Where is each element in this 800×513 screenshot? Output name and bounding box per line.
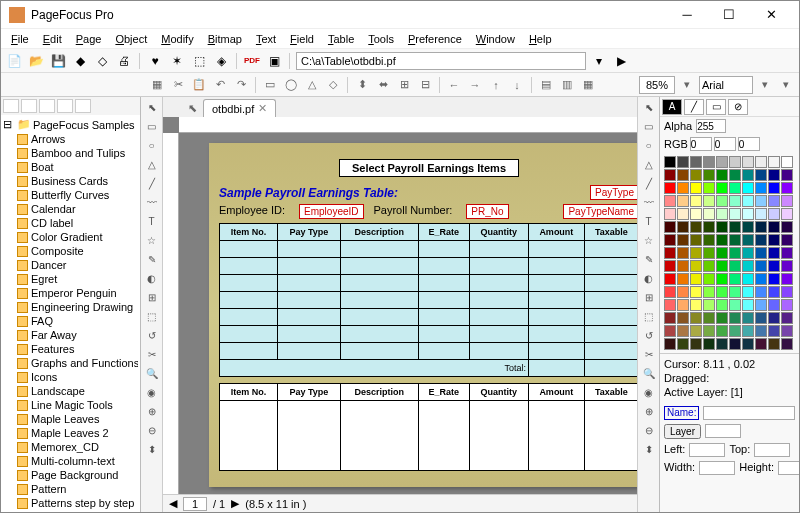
color-swatch[interactable]	[716, 195, 728, 207]
color-swatch[interactable]	[755, 156, 767, 168]
color-swatch[interactable]	[755, 273, 767, 285]
paytypename-field[interactable]: PayTypeName	[563, 204, 637, 219]
color-swatch[interactable]	[755, 338, 767, 350]
menu-tools[interactable]: Tools	[362, 31, 400, 47]
color-swatch[interactable]	[664, 182, 676, 194]
name-input[interactable]	[703, 406, 795, 420]
tool-icon[interactable]: ▤	[537, 76, 555, 94]
color-swatch[interactable]	[677, 195, 689, 207]
panel-tab[interactable]	[75, 99, 91, 113]
color-swatch[interactable]	[664, 338, 676, 350]
menu-file[interactable]: File	[5, 31, 35, 47]
tool-icon[interactable]: ▭	[641, 118, 657, 134]
tool-icon[interactable]: ⊟	[416, 76, 434, 94]
color-swatch[interactable]	[703, 312, 715, 324]
color-swatch[interactable]	[755, 221, 767, 233]
tool-icon[interactable]: ◯	[282, 76, 300, 94]
new-icon[interactable]: 📄	[5, 52, 23, 70]
tool-icon[interactable]: ◉	[641, 384, 657, 400]
color-swatch[interactable]	[677, 286, 689, 298]
tree-item[interactable]: Features	[3, 342, 138, 356]
tree-item[interactable]: Rainbow	[3, 510, 138, 512]
tree-item[interactable]: Dancer	[3, 258, 138, 272]
color-swatch[interactable]	[742, 338, 754, 350]
color-swatch[interactable]	[729, 260, 741, 272]
color-swatch[interactable]	[703, 221, 715, 233]
g-input[interactable]	[714, 137, 736, 151]
menu-table[interactable]: Table	[322, 31, 360, 47]
tree-item[interactable]: Pattern	[3, 482, 138, 496]
tool-icon[interactable]: ◇	[324, 76, 342, 94]
layer-button[interactable]: Layer	[664, 424, 701, 439]
color-swatch[interactable]	[781, 325, 793, 337]
btn-icon[interactable]: ◈	[212, 52, 230, 70]
tool-icon[interactable]: ▦	[148, 76, 166, 94]
tool-icon[interactable]: →	[466, 76, 484, 94]
tree-item[interactable]: FAQ	[3, 314, 138, 328]
color-swatch[interactable]	[729, 273, 741, 285]
tool-icon[interactable]: T	[641, 213, 657, 229]
tool-icon[interactable]: 〰	[144, 194, 160, 210]
tab-fill[interactable]: A	[662, 99, 682, 115]
color-swatch[interactable]	[677, 221, 689, 233]
color-swatch[interactable]	[729, 286, 741, 298]
select-items-button[interactable]: Select Payroll Earnings Items	[339, 159, 519, 177]
color-swatch[interactable]	[729, 234, 741, 246]
tool-icon[interactable]: ⊞	[395, 76, 413, 94]
color-swatch[interactable]	[690, 195, 702, 207]
tool-icon[interactable]: ↺	[144, 327, 160, 343]
tree-item[interactable]: Boat	[3, 160, 138, 174]
print-icon[interactable]: 🖨	[115, 52, 133, 70]
tool-icon[interactable]: ↶	[211, 76, 229, 94]
tree-root[interactable]: ⊟📁PageFocus Samples	[3, 117, 138, 132]
color-swatch[interactable]	[703, 273, 715, 285]
color-swatch[interactable]	[690, 312, 702, 324]
color-swatch[interactable]	[664, 299, 676, 311]
tool-icon[interactable]: T	[144, 213, 160, 229]
color-swatch[interactable]	[729, 195, 741, 207]
panel-tab[interactable]	[3, 99, 19, 113]
color-swatch[interactable]	[755, 208, 767, 220]
tool-icon[interactable]: ↷	[232, 76, 250, 94]
tree-item[interactable]: Composite	[3, 244, 138, 258]
color-swatch[interactable]	[781, 221, 793, 233]
color-swatch[interactable]	[716, 234, 728, 246]
color-swatch[interactable]	[664, 325, 676, 337]
color-swatch[interactable]	[703, 169, 715, 181]
color-swatch[interactable]	[742, 221, 754, 233]
color-swatch[interactable]	[703, 234, 715, 246]
color-swatch[interactable]	[664, 208, 676, 220]
color-swatch[interactable]	[716, 286, 728, 298]
tool-icon[interactable]: ◐	[144, 270, 160, 286]
tool-icon[interactable]: ○	[641, 137, 657, 153]
top-input[interactable]	[754, 443, 790, 457]
color-swatch[interactable]	[703, 156, 715, 168]
color-swatch[interactable]	[664, 234, 676, 246]
page[interactable]: Select Payroll Earnings Items Sample Pay…	[209, 143, 637, 487]
tool-icon[interactable]: ⬚	[144, 308, 160, 324]
tree-item[interactable]: Calendar	[3, 202, 138, 216]
color-swatch[interactable]	[690, 338, 702, 350]
tool-icon[interactable]: ▦	[579, 76, 597, 94]
menu-preference[interactable]: Preference	[402, 31, 468, 47]
color-swatch[interactable]	[664, 195, 676, 207]
tool-icon[interactable]: ⬌	[374, 76, 392, 94]
color-swatch[interactable]	[742, 247, 754, 259]
color-swatch[interactable]	[742, 156, 754, 168]
color-swatch[interactable]	[729, 208, 741, 220]
color-swatch[interactable]	[677, 247, 689, 259]
color-swatch[interactable]	[690, 273, 702, 285]
color-swatch[interactable]	[768, 286, 780, 298]
color-swatch[interactable]	[755, 182, 767, 194]
color-swatch[interactable]	[664, 221, 676, 233]
color-swatch[interactable]	[755, 234, 767, 246]
color-swatch[interactable]	[716, 156, 728, 168]
alpha-input[interactable]	[696, 119, 726, 133]
color-swatch[interactable]	[677, 299, 689, 311]
color-swatch[interactable]	[781, 338, 793, 350]
summary-table[interactable]: Item No.Pay TypeDescriptionE_RateQuantit…	[219, 383, 637, 471]
color-swatch[interactable]	[768, 182, 780, 194]
tool-icon[interactable]: ⬉	[144, 99, 160, 115]
color-swatch[interactable]	[703, 247, 715, 259]
panel-tab[interactable]	[57, 99, 73, 113]
